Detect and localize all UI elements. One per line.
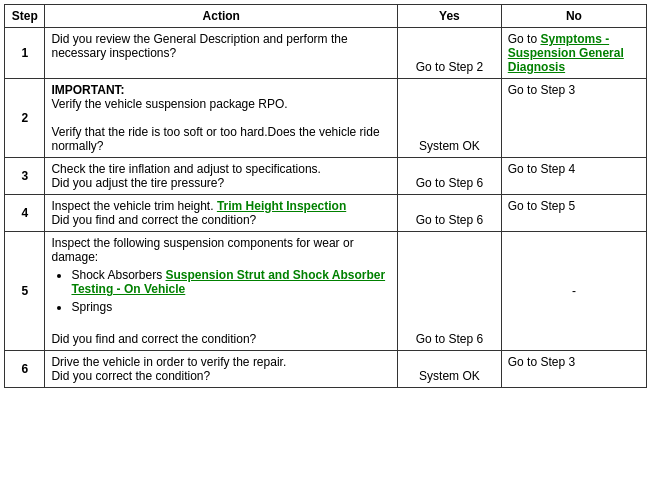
no-cell: Go to Step 3 [501,79,646,158]
action-cell: Did you review the General Description a… [45,28,398,79]
step-number: 3 [5,158,45,195]
list-item: Shock Absorbers Suspension Strut and Sho… [71,268,391,296]
no-cell: Go to Step 3 [501,351,646,388]
bullet-list: Shock Absorbers Suspension Strut and Sho… [71,268,391,314]
action-cell: Inspect the following suspension compone… [45,232,398,351]
yes-text: System OK [419,369,480,383]
no-cell: Go to Step 4 [501,158,646,195]
col-header-yes: Yes [398,5,502,28]
action-cell: Inspect the vehicle trim height. Trim He… [45,195,398,232]
no-cell: Go to Symptoms - Suspension General Diag… [501,28,646,79]
step-number: 6 [5,351,45,388]
yes-cell: System OK [398,351,502,388]
action-intro-text: Inspect the vehicle trim height. [51,199,216,213]
yes-text: Go to Step 6 [416,176,483,190]
no-cell: Go to Step 5 [501,195,646,232]
action-line-2: Did you correct the condition? [51,369,210,383]
step-number: 2 [5,79,45,158]
step-number: 1 [5,28,45,79]
table-row: 3 Check the tire inflation and adjust to… [5,158,647,195]
yes-text: Go to Step 6 [416,213,483,227]
yes-cell: System OK [398,79,502,158]
bullet-text-1: Shock Absorbers [71,268,165,282]
table-row: 5 Inspect the following suspension compo… [5,232,647,351]
yes-text: Go to Step 2 [416,60,483,74]
yes-cell: Go to Step 2 [398,28,502,79]
action-line-2: Verify that the ride is too soft or too … [51,125,379,153]
no-text: Go to Step 3 [508,355,575,369]
important-label: IMPORTANT: [51,83,124,97]
table-row: 4 Inspect the vehicle trim height. Trim … [5,195,647,232]
no-text: Go to Step 3 [508,83,575,97]
yes-text: Go to Step 6 [416,332,483,346]
diagnostic-table: Step Action Yes No 1 Did you review the … [4,4,647,388]
table-row: 6 Drive the vehicle in order to verify t… [5,351,647,388]
yes-cell: Go to Step 6 [398,158,502,195]
action-text: Did you review the General Description a… [51,32,347,60]
action-suffix: Did you find and correct the condition? [51,332,256,346]
action-intro: Inspect the following suspension compone… [51,236,353,264]
list-item: Springs [71,300,391,314]
action-cell: Drive the vehicle in order to verify the… [45,351,398,388]
no-text: - [572,284,576,298]
no-text: Go to Step 5 [508,199,575,213]
action-line-1: Verify the vehicle suspension package RP… [51,97,287,111]
yes-cell: Go to Step 6 [398,232,502,351]
no-cell: - [501,232,646,351]
yes-cell: Go to Step 6 [398,195,502,232]
action-suffix: Did you find and correct the condition? [51,213,256,227]
yes-text: System OK [419,139,480,153]
col-header-action: Action [45,5,398,28]
bullet-text-2: Springs [71,300,112,314]
action-cell: Check the tire inflation and adjust to s… [45,158,398,195]
no-prefix-text: Go to [508,32,541,46]
action-line-1: Drive the vehicle in order to verify the… [51,355,286,369]
action-line-1: Check the tire inflation and adjust to s… [51,162,320,176]
trim-height-link[interactable]: Trim Height Inspection [217,199,346,213]
action-cell: IMPORTANT: Verify the vehicle suspension… [45,79,398,158]
table-row: 2 IMPORTANT: Verify the vehicle suspensi… [5,79,647,158]
col-header-step: Step [5,5,45,28]
step-number: 4 [5,195,45,232]
table-row: 1 Did you review the General Description… [5,28,647,79]
col-header-no: No [501,5,646,28]
no-text: Go to Step 4 [508,162,575,176]
action-line-2: Did you adjust the tire pressure? [51,176,224,190]
step-number: 5 [5,232,45,351]
